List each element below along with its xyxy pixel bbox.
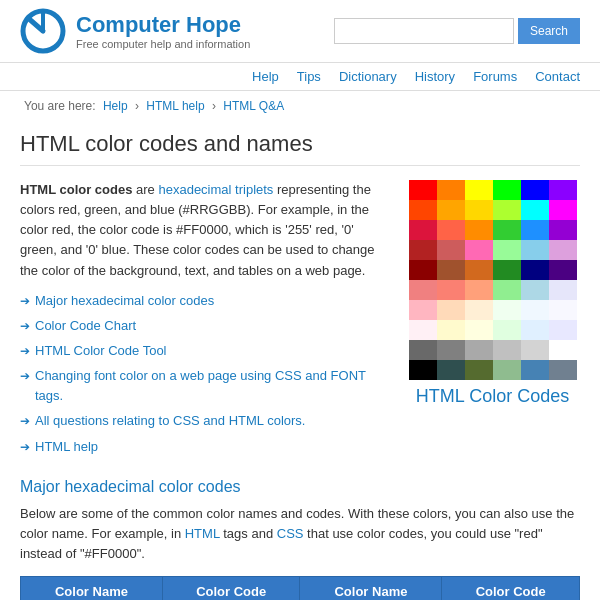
arrow-icon: ➔	[20, 412, 30, 431]
color-cell	[409, 220, 437, 240]
arrow-icon: ➔	[20, 342, 30, 361]
color-cell	[409, 260, 437, 280]
color-cell	[409, 180, 437, 200]
color-cell	[493, 300, 521, 320]
color-cell	[549, 240, 577, 260]
link-color-chart[interactable]: Color Code Chart	[35, 316, 136, 336]
color-cell	[521, 180, 549, 200]
html-link[interactable]: HTML	[185, 526, 220, 541]
search-button[interactable]: Search	[518, 18, 580, 44]
link-major-hex[interactable]: Major hexadecimal color codes	[35, 291, 214, 311]
color-cell	[493, 320, 521, 340]
color-cell	[437, 240, 465, 260]
color-cell	[465, 280, 493, 300]
color-grid-container	[409, 180, 577, 380]
color-cell	[465, 180, 493, 200]
color-cell	[549, 260, 577, 280]
link-html-help[interactable]: HTML help	[35, 437, 98, 457]
color-cell	[465, 200, 493, 220]
search-area: Search	[334, 18, 580, 44]
color-cell	[493, 340, 521, 360]
logo-text-area: Computer Hope Free computer help and inf…	[76, 12, 250, 50]
color-cell	[493, 220, 521, 240]
color-cell	[493, 260, 521, 280]
nav-help[interactable]: Help	[252, 69, 279, 84]
color-cell	[437, 340, 465, 360]
major-section-title: Major hexadecimal color codes	[20, 478, 580, 496]
nav-contact[interactable]: Contact	[535, 69, 580, 84]
content-left: HTML color codes are hexadecimal triplet…	[20, 180, 389, 462]
th-color-name-1: Color Name	[21, 577, 163, 600]
header: Computer Hope Free computer help and inf…	[0, 0, 600, 63]
color-cell	[437, 260, 465, 280]
th-color-code-2: Color Code	[442, 577, 580, 600]
logo-title-text: Computer	[76, 12, 186, 37]
nav-dictionary[interactable]: Dictionary	[339, 69, 397, 84]
link-font-color[interactable]: Changing font color on a web page using …	[35, 366, 389, 406]
color-cell	[409, 340, 437, 360]
color-cell	[493, 200, 521, 220]
link-css-html[interactable]: All questions relating to CSS and HTML c…	[35, 411, 305, 431]
color-cell	[409, 200, 437, 220]
color-cell	[465, 320, 493, 340]
main-content: HTML color codes and names HTML color co…	[0, 121, 600, 600]
color-table: Color Name Color Code Color Name Color C…	[20, 576, 580, 600]
color-chart-image	[409, 180, 577, 380]
color-cell	[521, 220, 549, 240]
intro-paragraph: HTML color codes are hexadecimal triplet…	[20, 180, 389, 281]
color-cell	[437, 360, 465, 380]
color-cell	[549, 300, 577, 320]
logo-icon	[20, 8, 66, 54]
color-cell	[437, 300, 465, 320]
color-cell	[465, 340, 493, 360]
link-color-tool[interactable]: HTML Color Code Tool	[35, 341, 167, 361]
logo-area: Computer Hope Free computer help and inf…	[20, 8, 250, 54]
page-title: HTML color codes and names	[20, 131, 580, 166]
color-cell	[409, 300, 437, 320]
color-cell	[549, 180, 577, 200]
color-chart-caption: HTML Color Codes	[416, 386, 569, 407]
color-cell	[465, 220, 493, 240]
color-cell	[409, 280, 437, 300]
color-cell	[409, 320, 437, 340]
color-cell	[493, 360, 521, 380]
breadcrumb-html-help[interactable]: HTML help	[146, 99, 204, 113]
nav-history[interactable]: History	[415, 69, 455, 84]
hexadecimal-triplets-link[interactable]: hexadecimal triplets	[158, 182, 273, 197]
color-cell	[437, 200, 465, 220]
color-cell	[549, 320, 577, 340]
search-input[interactable]	[334, 18, 514, 44]
nav-forums[interactable]: Forums	[473, 69, 517, 84]
color-cell	[409, 240, 437, 260]
list-item: ➔HTML Color Code Tool	[20, 341, 389, 361]
logo-title-colored: Hope	[186, 12, 241, 37]
color-cell	[549, 360, 577, 380]
arrow-icon: ➔	[20, 317, 30, 336]
list-item: ➔Changing font color on a web page using…	[20, 366, 389, 406]
color-cell	[437, 320, 465, 340]
table-header-row: Color Name Color Code Color Name Color C…	[21, 577, 580, 600]
content-top: HTML color codes are hexadecimal triplet…	[20, 180, 580, 462]
breadcrumb-help[interactable]: Help	[103, 99, 128, 113]
color-cell	[437, 180, 465, 200]
th-color-code-1: Color Code	[162, 577, 300, 600]
color-cell	[521, 300, 549, 320]
nav-bar: Help Tips Dictionary History Forums Cont…	[0, 63, 600, 91]
color-cell	[465, 300, 493, 320]
color-cell	[493, 240, 521, 260]
logo-title: Computer Hope	[76, 12, 250, 38]
nav-tips[interactable]: Tips	[297, 69, 321, 84]
color-cell	[465, 240, 493, 260]
color-cell	[437, 220, 465, 240]
color-cell	[549, 280, 577, 300]
color-cell	[493, 180, 521, 200]
color-cell	[409, 360, 437, 380]
major-section-desc: Below are some of the common color names…	[20, 504, 580, 564]
color-cell	[521, 280, 549, 300]
css-link[interactable]: CSS	[277, 526, 304, 541]
color-cell	[521, 240, 549, 260]
color-cell	[521, 200, 549, 220]
breadcrumb-html-qa[interactable]: HTML Q&A	[223, 99, 284, 113]
content-right: HTML Color Codes	[405, 180, 580, 462]
arrow-icon: ➔	[20, 438, 30, 457]
